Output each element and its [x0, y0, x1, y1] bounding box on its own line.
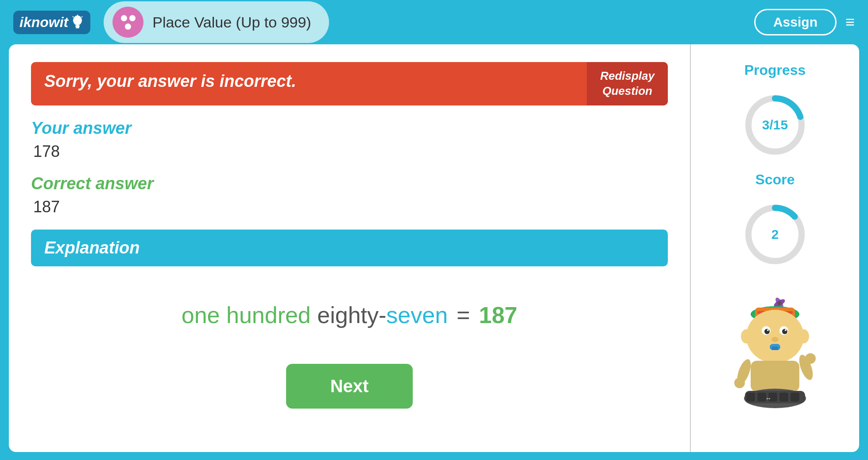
lesson-icon: [112, 7, 143, 38]
next-button[interactable]: Next: [286, 364, 413, 409]
score-circle: 2: [742, 201, 808, 268]
svg-point-21: [767, 329, 769, 331]
character-illustration: ↔: [717, 290, 833, 414]
logo-area: iknowit: [13, 11, 90, 34]
svg-rect-35: [790, 393, 799, 402]
svg-point-16: [746, 310, 804, 363]
svg-point-22: [785, 329, 787, 331]
character-area: ↔: [717, 290, 833, 414]
redisplay-button[interactable]: RedisplayQuestion: [587, 62, 668, 105]
progress-label: Progress: [744, 62, 806, 78]
header: iknowit Place Value (Up to 999) Assign ≡: [0, 0, 868, 44]
incorrect-banner: Sorry, your answer is incorrect. Redispl…: [31, 62, 668, 105]
svg-point-0: [73, 16, 82, 25]
explanation-dash: -: [379, 302, 386, 328]
correct-answer-value: 187: [31, 198, 668, 216]
progress-value: 3/15: [762, 117, 788, 133]
score-label: Score: [756, 172, 795, 188]
incorrect-message: Sorry, your answer is incorrect.: [31, 62, 587, 105]
lesson-title-area: Place Value (Up to 999): [104, 1, 329, 43]
logo-text: iknowit: [19, 14, 68, 31]
svg-point-20: [782, 329, 787, 334]
your-answer-label: Your answer: [31, 119, 668, 138]
svg-point-38: [734, 378, 745, 388]
explanation-part1: one hundred: [182, 302, 311, 328]
svg-rect-31: [746, 393, 755, 402]
svg-rect-28: [751, 361, 799, 392]
explanation-part2: eighty: [317, 302, 379, 328]
your-answer-value: 178: [31, 142, 668, 161]
explanation-content: one hundred eighty - seven = 187: [31, 284, 668, 346]
svg-point-40: [805, 353, 816, 364]
dot: [121, 15, 127, 21]
svg-rect-2: [76, 27, 79, 28]
score-value: 2: [771, 227, 779, 242]
svg-point-12: [777, 301, 782, 305]
dot: [129, 15, 136, 21]
main-container: Sorry, your answer is incorrect. Redispl…: [9, 44, 859, 452]
svg-rect-34: [779, 393, 788, 402]
svg-line-5: [81, 16, 82, 17]
dot: [125, 23, 131, 30]
menu-button[interactable]: ≡: [845, 13, 855, 31]
svg-rect-25: [771, 347, 779, 350]
left-panel: Sorry, your answer is incorrect. Redispl…: [9, 44, 691, 452]
header-right: Assign ≡: [754, 9, 855, 35]
svg-point-26: [741, 329, 752, 343]
redisplay-label: RedisplayQuestion: [600, 69, 655, 99]
logo-box: iknowit: [13, 11, 90, 34]
svg-point-23: [771, 337, 779, 342]
svg-line-4: [73, 16, 74, 17]
progress-circle: 3/15: [742, 92, 808, 158]
explanation-result: 187: [479, 302, 517, 328]
svg-rect-32: [757, 393, 766, 402]
svg-rect-1: [75, 25, 80, 27]
explanation-title: Explanation: [44, 238, 140, 257]
lesson-dots: [119, 15, 137, 30]
svg-point-19: [764, 329, 770, 334]
svg-text:↔: ↔: [765, 395, 771, 402]
right-panel: Progress 3/15 Score 2: [691, 44, 859, 452]
assign-button[interactable]: Assign: [754, 9, 837, 35]
explanation-part3: seven: [386, 302, 448, 328]
lesson-title: Place Value (Up to 999): [152, 14, 311, 31]
explanation-bar: Explanation: [31, 230, 668, 266]
svg-point-27: [798, 329, 809, 343]
explanation-equals: =: [457, 302, 470, 328]
bulb-icon: [71, 15, 84, 30]
correct-answer-label: Correct answer: [31, 174, 668, 193]
next-btn-area: Next: [31, 364, 668, 409]
